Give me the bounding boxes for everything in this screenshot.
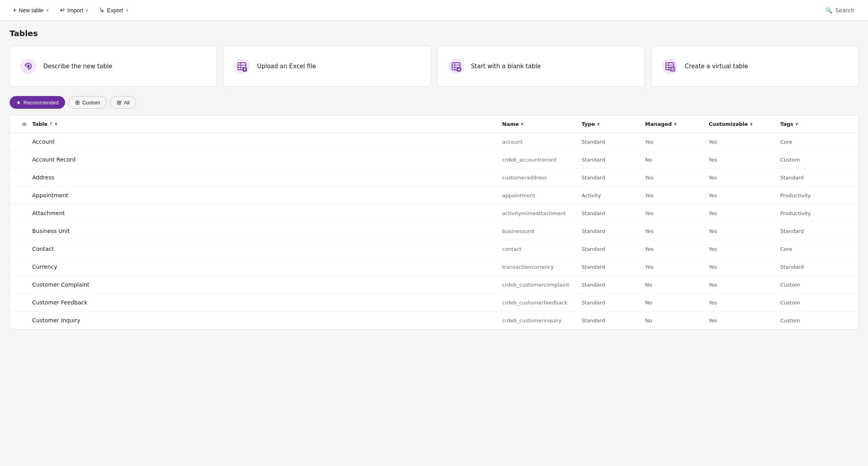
cell-type-4: Standard xyxy=(582,210,645,216)
grid-icon-custom: ⊞ xyxy=(75,99,80,106)
column-header-managed[interactable]: Managed ∨ xyxy=(645,121,709,127)
cell-managed-6: Yes xyxy=(645,246,709,252)
cell-name-6: contact xyxy=(502,246,582,252)
star-icon: ★ xyxy=(16,100,21,106)
svg-point-14 xyxy=(662,58,678,74)
export-button[interactable]: ↳ Export ∨ xyxy=(95,4,133,16)
upload-excel-label: Upload an Excel file xyxy=(257,63,316,70)
column-header-tags[interactable]: Tags ∨ xyxy=(780,121,852,127)
column-header-type[interactable]: Type ∨ xyxy=(582,121,645,127)
cell-table-9: Customer Feedback xyxy=(32,299,502,306)
search-label: Search xyxy=(835,7,854,13)
svg-point-2 xyxy=(234,58,250,74)
cell-customizable-0: Yes xyxy=(709,139,780,145)
cell-managed-0: Yes xyxy=(645,139,709,145)
cell-tags-10: Custom xyxy=(780,318,852,324)
table-row: ⋮ Customer Complaint crdeb_customercompl… xyxy=(10,276,858,294)
cell-customizable-7: Yes xyxy=(709,264,780,270)
search-area[interactable]: 🔍 Search xyxy=(820,5,860,16)
import-button[interactable]: ↵ Import ∨ xyxy=(55,4,93,16)
describe-table-label: Describe the new table xyxy=(43,63,112,70)
cell-tags-9: Custom xyxy=(780,300,852,306)
col-chevron-tags: ∨ xyxy=(795,121,798,127)
col-chevron-managed: ∨ xyxy=(673,121,677,127)
cell-managed-10: No xyxy=(645,318,709,324)
filter-recommended-button[interactable]: ★ Recommended xyxy=(10,96,65,109)
grid-icon-all: ⊞ xyxy=(117,99,122,106)
svg-point-1 xyxy=(27,65,29,67)
cell-name-7: transactioncurrency xyxy=(502,264,582,270)
cell-name-0: account xyxy=(502,139,582,145)
page-content: Tables Describe the new table xyxy=(0,21,868,337)
filter-custom-button[interactable]: ⊞ Custom xyxy=(68,96,107,109)
cell-table-0: Account xyxy=(32,139,502,145)
upload-excel-card[interactable]: Upload an Excel file xyxy=(223,46,431,87)
import-chevron-icon: ∨ xyxy=(85,8,88,12)
cell-type-7: Standard xyxy=(582,264,645,270)
cell-name-9: crdeb_customerfeedback xyxy=(502,300,582,306)
cell-type-5: Standard xyxy=(582,228,645,234)
col-label-table: Table xyxy=(32,121,48,127)
cell-managed-8: No xyxy=(645,282,709,288)
table-rows-container: ⋮ Account account Standard Yes Yes Core … xyxy=(10,133,858,329)
table-row: ⋮ Business Unit businessunit Standard Ye… xyxy=(10,222,858,240)
cell-tags-6: Core xyxy=(780,246,852,252)
filter-all-button[interactable]: ⊞ All xyxy=(110,96,136,109)
col-label-tags: Tags xyxy=(780,121,793,127)
top-bar: + New table ∨ ↵ Import ∨ ↳ Export ∨ 🔍 Se… xyxy=(0,0,868,21)
cell-name-5: businessunit xyxy=(502,228,582,234)
cell-type-9: Standard xyxy=(582,300,645,306)
cell-customizable-2: Yes xyxy=(709,175,780,181)
table-row: ⋮ Currency transactioncurrency Standard … xyxy=(10,258,858,276)
col-label-customizable: Customizable xyxy=(709,121,748,127)
blank-table-label: Start with a blank table xyxy=(471,63,541,70)
cell-type-6: Standard xyxy=(582,246,645,252)
cell-tags-5: Standard xyxy=(780,228,852,234)
cell-customizable-3: Yes xyxy=(709,193,780,198)
cell-customizable-10: Yes xyxy=(709,318,780,324)
cell-name-1: crdeb_accountrecord xyxy=(502,157,582,163)
table-row: ⋮ Customer Inquiry crdeb_customerinquiry… xyxy=(10,312,858,329)
import-label: Import xyxy=(68,7,83,13)
table-row: ⋮ Contact contact Standard Yes Yes Core xyxy=(10,240,858,258)
cell-managed-7: Yes xyxy=(645,264,709,270)
new-table-label: New table xyxy=(19,7,43,13)
col-label-name: Name xyxy=(502,121,519,127)
table-row: ⋮ Address customeraddress Standard Yes Y… xyxy=(10,169,858,187)
describe-table-card[interactable]: Describe the new table xyxy=(10,46,217,87)
cell-table-5: Business Unit xyxy=(32,228,502,234)
column-header-name[interactable]: Name ∨ xyxy=(502,121,582,127)
cell-customizable-1: Yes xyxy=(709,157,780,163)
column-header-table[interactable]: Table ↑ ∨ xyxy=(32,121,502,127)
col-chevron-name: ∨ xyxy=(520,121,524,127)
blank-table-card[interactable]: Start with a blank table xyxy=(437,46,645,87)
cell-customizable-8: Yes xyxy=(709,282,780,288)
cell-managed-2: Yes xyxy=(645,175,709,181)
cell-table-8: Customer Complaint xyxy=(32,281,502,288)
table-row: ⋮ Account Record crdeb_accountrecord Sta… xyxy=(10,151,858,169)
cell-managed-4: Yes xyxy=(645,210,709,216)
column-header-customizable[interactable]: Customizable ∨ xyxy=(709,121,780,127)
cell-type-8: Standard xyxy=(582,282,645,288)
cell-name-8: crdeb_customercomplaint xyxy=(502,282,582,288)
top-bar-left: + New table ∨ ↵ Import ∨ ↳ Export ∨ xyxy=(8,4,820,16)
cell-type-2: Standard xyxy=(582,175,645,181)
cell-tags-2: Standard xyxy=(780,175,852,181)
virtual-table-icon xyxy=(661,58,679,75)
table-row: ⋮ Attachment activitymimeattachment Stan… xyxy=(10,204,858,222)
col-label-type: Type xyxy=(582,121,595,127)
cell-managed-3: Yes xyxy=(645,193,709,198)
new-table-button[interactable]: + New table ∨ xyxy=(8,4,54,16)
plus-icon: + xyxy=(13,7,16,14)
col-chevron-type: ∨ xyxy=(597,121,600,127)
list-view-icon-header[interactable]: ≡ xyxy=(16,120,32,128)
describe-icon xyxy=(19,58,37,75)
cell-table-3: Appointment xyxy=(32,192,502,198)
virtual-table-card[interactable]: Create a virtual table xyxy=(651,46,858,87)
filter-row: ★ Recommended ⊞ Custom ⊞ All xyxy=(10,96,858,109)
cell-customizable-9: Yes xyxy=(709,300,780,306)
blank-table-icon xyxy=(447,58,465,75)
export-label: Export xyxy=(107,7,123,13)
page-title: Tables xyxy=(10,29,858,38)
filter-custom-label: Custom xyxy=(82,100,100,106)
